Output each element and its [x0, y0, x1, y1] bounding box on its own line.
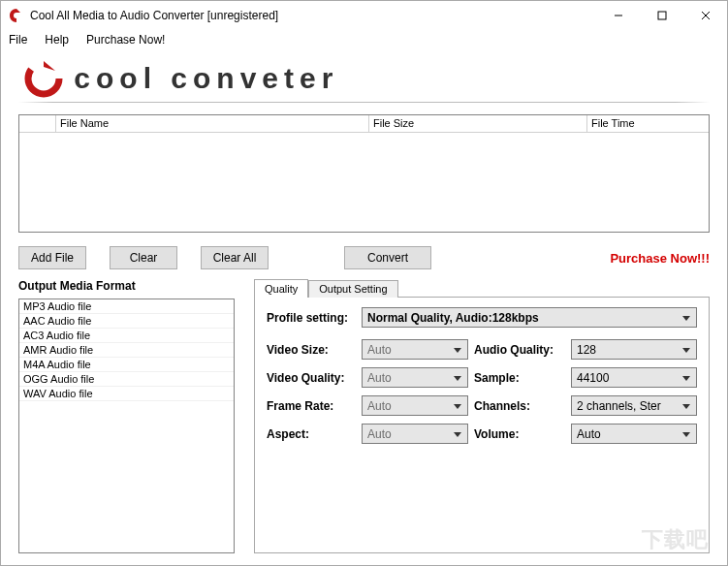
- svg-rect-1: [658, 12, 666, 19]
- format-list[interactable]: MP3 Audio file AAC Audio file AC3 Audio …: [18, 299, 235, 553]
- add-file-button[interactable]: Add File: [18, 246, 86, 269]
- aspect-select[interactable]: Auto: [362, 424, 468, 444]
- audio-quality-value: 128: [577, 343, 596, 357]
- column-filetime[interactable]: File Time: [587, 115, 709, 133]
- format-item[interactable]: OGG Audio file: [19, 372, 234, 387]
- file-table-header: File Name File Size File Time: [19, 115, 709, 133]
- profile-setting-select[interactable]: Normal Quality, Audio:128kbps: [362, 307, 697, 328]
- logo-icon: [18, 57, 71, 100]
- close-button[interactable]: [683, 1, 727, 30]
- channels-select[interactable]: 2 channels, Ster: [571, 395, 697, 416]
- channels-label: Channels:: [474, 399, 565, 413]
- channels-value: 2 channels, Ster: [577, 399, 661, 413]
- menu-file[interactable]: File: [7, 31, 29, 48]
- purchase-now-link[interactable]: Purchase Now!!!: [610, 251, 710, 266]
- sample-value: 44100: [577, 371, 609, 385]
- tab-output-setting[interactable]: Output Setting: [308, 280, 397, 298]
- tab-body-quality: Profile setting: Normal Quality, Audio:1…: [254, 297, 710, 553]
- sample-select[interactable]: 44100: [571, 367, 697, 388]
- format-item[interactable]: AMR Audio file: [19, 343, 234, 358]
- video-quality-select[interactable]: Auto: [362, 367, 468, 388]
- video-size-label: Video Size:: [267, 343, 356, 357]
- logo-underline: [18, 102, 710, 103]
- column-filesize[interactable]: File Size: [369, 115, 587, 133]
- titlebar: Cool All Media to Audio Converter [unreg…: [1, 1, 727, 30]
- video-quality-label: Video Quality:: [267, 371, 356, 385]
- profile-setting-value: Normal Quality, Audio:128kbps: [367, 311, 539, 325]
- app-icon: [9, 8, 24, 23]
- frame-rate-label: Frame Rate:: [267, 399, 356, 413]
- video-size-value: Auto: [367, 343, 392, 357]
- audio-quality-label: Audio Quality:: [474, 343, 565, 357]
- tabs: Quality Output Setting: [254, 279, 710, 297]
- column-filename[interactable]: File Name: [56, 115, 369, 133]
- volume-value: Auto: [577, 427, 601, 441]
- aspect-value: Auto: [367, 427, 392, 441]
- tab-quality[interactable]: Quality: [254, 279, 308, 298]
- convert-button[interactable]: Convert: [344, 246, 431, 269]
- sample-label: Sample:: [474, 371, 565, 385]
- output-format-panel: Output Media Format MP3 Audio file AAC A…: [18, 279, 235, 553]
- settings-panel: Quality Output Setting Profile setting: …: [254, 279, 710, 553]
- output-format-heading: Output Media Format: [18, 279, 235, 293]
- logo-area: cool conveter: [1, 49, 727, 107]
- clear-button[interactable]: Clear: [110, 246, 177, 269]
- window-title: Cool All Media to Audio Converter [unreg…: [30, 9, 596, 22]
- video-quality-value: Auto: [367, 371, 392, 385]
- menu-help[interactable]: Help: [43, 31, 71, 48]
- button-row: Add File Clear Clear All Convert Purchas…: [18, 246, 710, 269]
- frame-rate-value: Auto: [367, 399, 392, 413]
- svg-point-4: [28, 63, 59, 94]
- format-item[interactable]: MP3 Audio file: [19, 299, 234, 314]
- window-controls: [596, 1, 727, 30]
- frame-rate-select[interactable]: Auto: [362, 395, 468, 416]
- menubar: File Help Purchase Now!: [1, 30, 727, 49]
- menu-purchase[interactable]: Purchase Now!: [84, 31, 167, 48]
- maximize-button[interactable]: [640, 1, 683, 30]
- profile-setting-label: Profile setting:: [267, 311, 356, 325]
- logo-text: cool conveter: [74, 62, 338, 95]
- volume-label: Volume:: [474, 427, 565, 441]
- format-item[interactable]: M4A Audio file: [19, 358, 234, 372]
- video-size-select[interactable]: Auto: [362, 339, 468, 360]
- column-checkbox[interactable]: [19, 115, 56, 133]
- format-item[interactable]: WAV Audio file: [19, 387, 234, 401]
- audio-quality-select[interactable]: 128: [571, 339, 697, 360]
- format-item[interactable]: AC3 Audio file: [19, 329, 234, 343]
- minimize-button[interactable]: [596, 1, 640, 30]
- aspect-label: Aspect:: [267, 427, 356, 441]
- file-table-body: [19, 133, 709, 232]
- file-table: File Name File Size File Time: [18, 114, 710, 233]
- format-item[interactable]: AAC Audio file: [19, 314, 234, 329]
- volume-select[interactable]: Auto: [571, 424, 697, 444]
- clear-all-button[interactable]: Clear All: [201, 246, 269, 269]
